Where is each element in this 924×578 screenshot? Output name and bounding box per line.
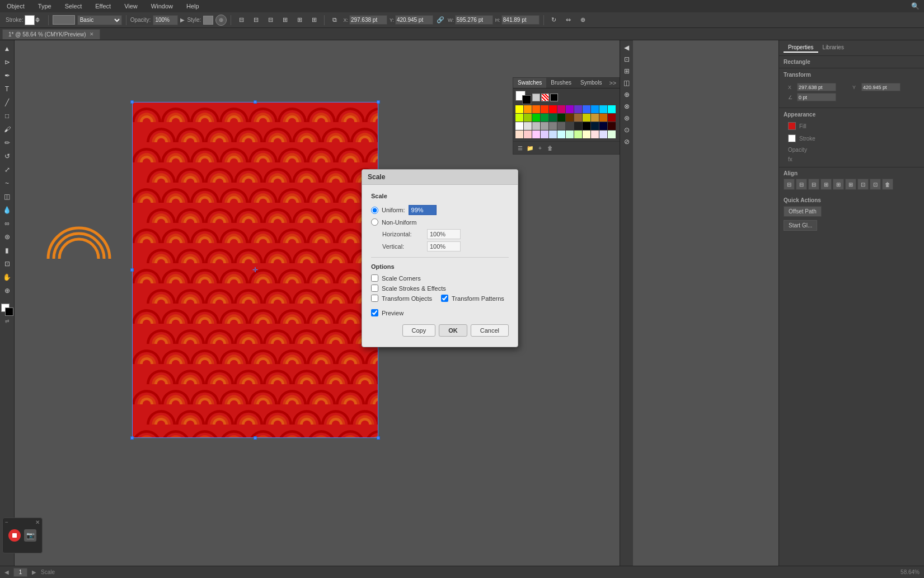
swatch-pink[interactable] bbox=[557, 105, 565, 113]
swap-icon[interactable]: ⇄ bbox=[5, 318, 10, 324]
align-bottom-icon[interactable]: ⊞ bbox=[308, 15, 320, 26]
globe-icon[interactable]: ⊕ bbox=[215, 15, 227, 26]
swatch-orange-dark[interactable] bbox=[532, 105, 540, 113]
panel-2-icon[interactable]: ⊞ bbox=[623, 66, 631, 76]
swatch-dark-green[interactable] bbox=[541, 114, 548, 122]
new-color-group-icon[interactable]: 📁 bbox=[526, 143, 534, 152]
page-next-btn[interactable]: ▶ bbox=[32, 569, 36, 575]
panel-expand-icon[interactable]: ◀ bbox=[623, 43, 630, 53]
stroke-color-swatch[interactable] bbox=[25, 15, 35, 25]
swatch-light-gray[interactable] bbox=[524, 122, 532, 130]
rotate-icon[interactable]: ↻ bbox=[548, 15, 560, 26]
swatch-light-pink[interactable] bbox=[524, 130, 532, 138]
swatch-violet[interactable] bbox=[574, 105, 582, 113]
default-colors[interactable] bbox=[515, 91, 531, 104]
rect-tool[interactable]: □ bbox=[1, 110, 13, 122]
direct-selection-tool[interactable]: ⊳ bbox=[1, 56, 13, 68]
menu-select[interactable]: Select bbox=[63, 2, 85, 11]
panel-1-icon[interactable]: ⊡ bbox=[623, 54, 631, 64]
paintbrush-tool[interactable]: 🖌 bbox=[1, 123, 13, 136]
type-tool[interactable]: T bbox=[1, 83, 13, 95]
transform-patterns-checkbox[interactable] bbox=[441, 295, 448, 302]
stroke-arrow[interactable] bbox=[35, 17, 42, 24]
handle-bottom-left[interactable] bbox=[130, 436, 134, 440]
delete-swatch-icon[interactable]: 🗑 bbox=[546, 143, 555, 152]
handle-bottom-center[interactable] bbox=[254, 436, 257, 440]
swatch-darker-gray[interactable] bbox=[566, 122, 574, 130]
x-tf-input[interactable]: 297.638 pt bbox=[797, 83, 836, 91]
swatch-sky-blue[interactable] bbox=[591, 105, 599, 113]
swatch-forest-green[interactable] bbox=[549, 114, 557, 122]
pencil-tool[interactable]: ✏ bbox=[1, 137, 13, 149]
line-tool[interactable]: ╱ bbox=[1, 96, 13, 109]
ok-button[interactable]: OK bbox=[439, 324, 467, 337]
dist-h-btn[interactable]: ⊡ bbox=[857, 179, 869, 190]
swatch-yellow-green[interactable] bbox=[515, 114, 523, 122]
symbols-tab[interactable]: Symbols bbox=[576, 78, 606, 88]
swatch-pale-lavender[interactable] bbox=[599, 130, 607, 138]
style-swatch[interactable] bbox=[203, 16, 213, 25]
cancel-button[interactable]: Cancel bbox=[471, 324, 509, 337]
stroke-color-box[interactable] bbox=[788, 134, 796, 142]
zoom-tool[interactable]: ⊕ bbox=[1, 285, 13, 297]
symbol-tool[interactable]: ⊛ bbox=[1, 231, 13, 243]
non-uniform-radio[interactable] bbox=[371, 218, 378, 226]
page-prev-btn[interactable]: ◀ bbox=[4, 569, 9, 575]
align-center-v-btn[interactable]: ⊞ bbox=[833, 179, 844, 190]
gradient-tool[interactable]: ◫ bbox=[1, 190, 13, 203]
align-mid-v-icon[interactable]: ⊞ bbox=[293, 15, 306, 26]
swatch-dark-navy[interactable] bbox=[599, 122, 607, 130]
blend-tool[interactable]: ∞ bbox=[1, 217, 13, 230]
align-left-icon[interactable]: ⊟ bbox=[235, 15, 247, 26]
artboard-tool[interactable]: ⊡ bbox=[1, 258, 13, 270]
swatch-white[interactable] bbox=[515, 122, 523, 130]
page-number-input[interactable] bbox=[13, 568, 27, 577]
handle-mid-left[interactable] bbox=[130, 268, 134, 272]
x-coord-input[interactable]: 297.638 pt bbox=[349, 15, 387, 25]
transform-icon[interactable]: ⧉ bbox=[329, 15, 341, 26]
swatch-orange[interactable] bbox=[524, 105, 532, 113]
swatch-tan[interactable] bbox=[574, 114, 582, 122]
y-tf-input[interactable]: 420.945 pt bbox=[861, 83, 900, 91]
swatch-navy[interactable] bbox=[591, 122, 599, 130]
opacity-input[interactable] bbox=[153, 15, 178, 25]
swatch-dark-gray[interactable] bbox=[557, 122, 565, 130]
align-right-btn[interactable]: ⊟ bbox=[808, 179, 819, 190]
swatch-lavender-pink[interactable] bbox=[532, 130, 540, 138]
fill-color-box[interactable] bbox=[788, 122, 796, 130]
tab-close-button[interactable]: ✕ bbox=[90, 31, 94, 37]
scale-tool[interactable]: ⤢ bbox=[1, 164, 13, 176]
swatch-black2[interactable] bbox=[583, 122, 590, 130]
align-right-icon[interactable]: ⊟ bbox=[264, 15, 276, 26]
swatch-dark-red[interactable] bbox=[608, 114, 616, 122]
menu-effect[interactable]: Effect bbox=[93, 2, 113, 11]
swatch-cyan-light[interactable] bbox=[599, 105, 607, 113]
swatch-gold[interactable] bbox=[583, 114, 590, 122]
panel-3-icon[interactable]: ◫ bbox=[622, 78, 631, 88]
swatch-black[interactable] bbox=[550, 94, 558, 101]
menu-view[interactable]: View bbox=[122, 2, 140, 11]
camera-button[interactable]: 📷 bbox=[24, 529, 36, 542]
link-icon[interactable]: 🔗 bbox=[435, 16, 445, 24]
uniform-radio[interactable] bbox=[371, 207, 378, 214]
swatch-red[interactable] bbox=[549, 105, 557, 113]
column-graph-tool[interactable]: ▮ bbox=[1, 244, 13, 257]
handle-top-left[interactable] bbox=[130, 100, 134, 104]
swatch-registration[interactable] bbox=[541, 94, 549, 101]
swatch-maroon[interactable] bbox=[608, 122, 616, 130]
swatch-cyan[interactable] bbox=[608, 105, 616, 113]
libraries-tab[interactable]: Libraries bbox=[818, 43, 848, 53]
swatch-darkest-green[interactable] bbox=[557, 114, 565, 122]
swatch-light-lime[interactable] bbox=[574, 130, 582, 138]
brushes-tab[interactable]: Brushes bbox=[546, 78, 576, 88]
dist-v-btn[interactable]: ⊡ bbox=[870, 179, 881, 190]
copy-button[interactable]: Copy bbox=[402, 324, 436, 337]
hand-tool[interactable]: ✋ bbox=[1, 271, 13, 283]
new-swatch-icon[interactable]: + bbox=[536, 143, 545, 152]
uniform-value-input[interactable]: 99% bbox=[409, 205, 437, 215]
swatch-light-rose[interactable] bbox=[591, 130, 599, 138]
pen-tool[interactable]: ✒ bbox=[1, 69, 13, 82]
record-button[interactable] bbox=[8, 529, 21, 542]
swatch-purple[interactable] bbox=[566, 105, 574, 113]
align-top-btn[interactable]: ⊞ bbox=[820, 179, 832, 190]
